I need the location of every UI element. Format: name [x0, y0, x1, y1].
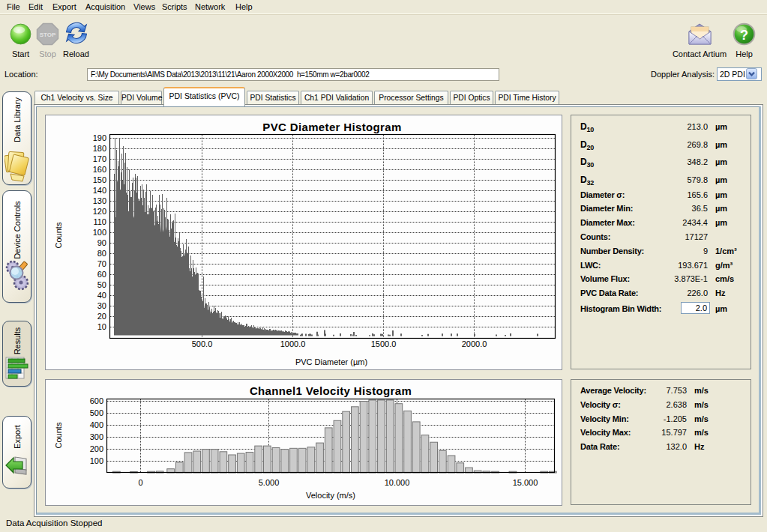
svg-text:Velocity (m/s): Velocity (m/s) — [306, 491, 355, 500]
svg-text:400: 400 — [90, 420, 103, 429]
svg-text:60: 60 — [97, 270, 106, 279]
svg-text:30: 30 — [97, 301, 106, 310]
svg-text:0: 0 — [138, 478, 142, 487]
svg-text:160: 160 — [93, 165, 106, 174]
svg-text:PVC Diameter Histogram: PVC Diameter Histogram — [262, 121, 401, 133]
svg-text:70: 70 — [97, 259, 106, 268]
svg-text:Channel1 Velocity Histogram: Channel1 Velocity Histogram — [250, 384, 412, 397]
svg-text:100: 100 — [90, 456, 103, 465]
svg-text:190: 190 — [93, 133, 106, 142]
svg-text:20: 20 — [97, 312, 106, 321]
svg-text:180: 180 — [93, 144, 106, 153]
svg-text:500: 500 — [90, 408, 103, 417]
svg-text:600: 600 — [90, 396, 103, 405]
svg-text:Counts: Counts — [54, 222, 63, 248]
svg-text:10.000: 10.000 — [385, 478, 410, 487]
svg-text:1000.0: 1000.0 — [280, 339, 306, 348]
svg-text:50: 50 — [97, 280, 106, 289]
svg-text:100: 100 — [93, 228, 106, 237]
svg-text:1500.0: 1500.0 — [371, 339, 397, 348]
svg-text:90: 90 — [97, 238, 106, 247]
svg-text:40: 40 — [97, 291, 106, 300]
svg-text:300: 300 — [90, 432, 103, 441]
svg-text:10: 10 — [97, 322, 106, 331]
svg-text:?: ? — [740, 28, 748, 43]
svg-text:PVC Diameter (µm): PVC Diameter (µm) — [295, 357, 367, 366]
svg-text:120: 120 — [93, 207, 106, 216]
svg-text:Counts: Counts — [54, 422, 63, 448]
svg-text:130: 130 — [93, 196, 106, 205]
svg-text:170: 170 — [93, 154, 106, 163]
svg-text:150: 150 — [93, 175, 106, 184]
svg-text:140: 140 — [93, 186, 106, 195]
svg-text:5.000: 5.000 — [259, 478, 280, 487]
svg-text:2000.0: 2000.0 — [462, 339, 487, 348]
svg-text:110: 110 — [93, 217, 106, 226]
svg-text:500.0: 500.0 — [192, 339, 213, 348]
svg-text:200: 200 — [90, 444, 103, 453]
svg-text:80: 80 — [97, 249, 106, 258]
svg-text:15.000: 15.000 — [513, 478, 538, 487]
svg-text:STOP: STOP — [40, 31, 56, 38]
